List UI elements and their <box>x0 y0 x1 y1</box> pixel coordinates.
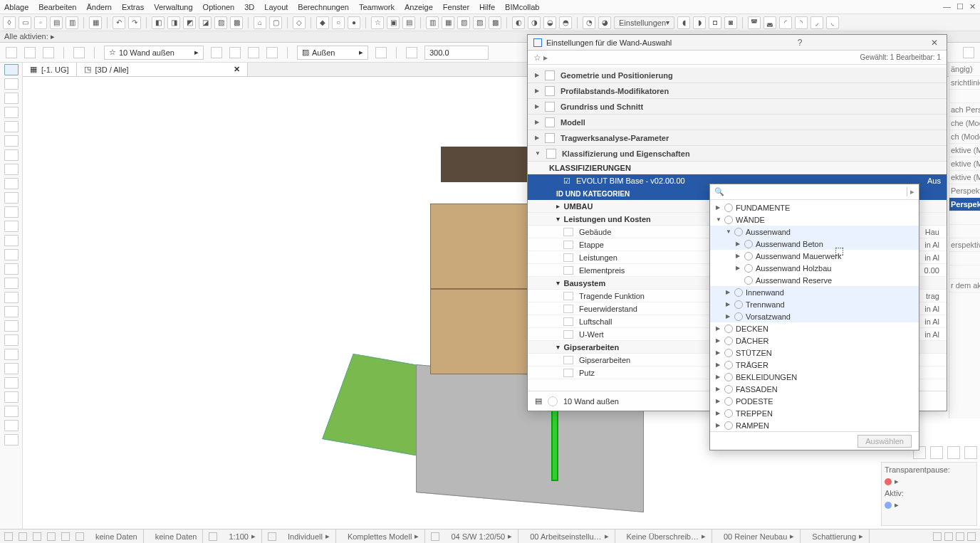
tree-node[interactable]: ▶RAMPEN <box>710 419 919 431</box>
arrow-tool[interactable] <box>4 64 19 75</box>
menu-item[interactable]: Ablage <box>4 3 28 11</box>
panel-btn[interactable] <box>930 446 943 459</box>
close-icon[interactable]: ✕ <box>928 38 941 48</box>
tool-icon[interactable]: ▨ <box>473 16 486 29</box>
tree-node[interactable]: ▶Aussenwand Mauerwerk <box>710 250 919 262</box>
tool-icon[interactable]: ▩ <box>230 16 243 29</box>
opening-tool[interactable] <box>4 320 19 332</box>
slab-tool[interactable] <box>4 135 19 147</box>
tool-icon[interactable]: ◘ <box>709 16 721 29</box>
tab-plan[interactable]: ▦[-1. UG] <box>23 63 77 76</box>
tool-icon[interactable]: ◟ <box>826 16 839 29</box>
status-cell[interactable]: Komplettes Modell ▸ <box>342 529 426 543</box>
railing-tool[interactable] <box>4 192 19 204</box>
section-profile[interactable]: Profilabstands-Modifikatoren <box>528 83 947 99</box>
marquee-tool[interactable] <box>4 78 19 90</box>
tool-icon[interactable]: ◝ <box>795 16 808 29</box>
tool-icon[interactable]: ▥ <box>426 16 439 29</box>
menu-item[interactable]: BIMcollab <box>505 3 539 11</box>
corner-tool[interactable] <box>4 334 19 346</box>
status-icon[interactable] <box>209 532 217 541</box>
status-cell[interactable]: 00 Reiner Neubau ▸ <box>718 529 801 543</box>
tree-node[interactable]: ▼Aussenwand <box>710 226 919 238</box>
favorite-icon[interactable]: ☆ ▸ <box>533 53 548 63</box>
tree-node[interactable]: ▶STÜTZEN <box>710 347 919 359</box>
menu-item[interactable]: Optionen <box>203 3 235 11</box>
status-icon[interactable] <box>19 532 27 541</box>
tool-icon[interactable]: ◒ <box>543 16 556 29</box>
tool-icon[interactable]: ▩ <box>489 16 501 29</box>
door-tool[interactable] <box>4 278 19 289</box>
tool-icon[interactable]: ◐ <box>512 16 525 29</box>
status-icon[interactable] <box>431 532 439 541</box>
maximize-icon[interactable]: ☐ <box>956 2 964 11</box>
geom-icon[interactable] <box>248 47 259 58</box>
tool-icon[interactable]: ◔ <box>583 16 595 29</box>
favorite-dropdown[interactable]: ☆10 Wand außen▸ <box>104 46 204 60</box>
status-icon[interactable] <box>61 532 70 541</box>
column-tool[interactable] <box>4 107 19 118</box>
menu-item[interactable]: Fenster <box>443 3 469 11</box>
geom-icon[interactable] <box>211 47 222 58</box>
curtain-tool[interactable] <box>4 206 19 218</box>
wall-tool[interactable] <box>4 93 19 104</box>
tool-icon[interactable]: ◗ <box>693 16 706 29</box>
label-tool[interactable] <box>4 406 19 417</box>
tool-icon[interactable]: ▦ <box>442 16 454 29</box>
eye-icon[interactable] <box>548 396 558 406</box>
tab-3d[interactable]: ◳[3D / Alle]✕ <box>77 63 248 76</box>
tool-icon[interactable]: ○ <box>332 16 345 29</box>
menu-item[interactable]: Bearbeiten <box>38 3 76 11</box>
mesh-tool[interactable] <box>4 263 19 275</box>
tree-node[interactable]: ▶Trennwand <box>710 298 919 310</box>
dim-icon[interactable] <box>406 47 417 58</box>
tool-icon[interactable]: ▣ <box>387 16 400 29</box>
section-floorplan[interactable]: Grundriss und Schnitt <box>528 99 947 115</box>
roof-tool[interactable] <box>4 149 19 161</box>
status-icon[interactable] <box>944 532 953 541</box>
fill-tool[interactable] <box>4 420 19 431</box>
help-icon[interactable]: ? <box>795 38 806 48</box>
layer-icon[interactable]: ▤ <box>535 396 542 406</box>
tree-node[interactable]: Aussenwand Reserve <box>710 274 919 286</box>
tool-icon[interactable]: ◇ <box>293 16 306 29</box>
tool-icon[interactable]: ◩ <box>183 16 196 29</box>
tool-icon[interactable]: ◞ <box>810 16 823 29</box>
expand-icon[interactable]: ▸ <box>907 187 914 196</box>
morph-tool[interactable] <box>4 221 19 232</box>
tree-node[interactable]: ▶TRÄGER <box>710 359 919 371</box>
zone-tool[interactable] <box>4 249 19 260</box>
tree-node[interactable]: ▶PODESTE <box>710 395 919 407</box>
menu-item[interactable]: Verwaltung <box>154 3 192 11</box>
selector-icon[interactable] <box>24 47 36 58</box>
shell-tool[interactable] <box>4 164 19 175</box>
plot-icon[interactable]: ▥ <box>66 16 78 29</box>
selector-icon[interactable] <box>6 47 17 58</box>
tree-node[interactable]: ▶Vorsatzwand <box>710 310 919 322</box>
reference-icon[interactable] <box>375 47 387 58</box>
save-icon[interactable]: ▫ <box>34 16 47 29</box>
tree-node[interactable]: ▶Innenwand <box>710 286 919 298</box>
skylight-tool[interactable] <box>4 306 19 317</box>
status-cell[interactable]: 04 S/W 1:20/50 ▸ <box>445 529 518 543</box>
open-icon[interactable]: ▭ <box>19 16 31 29</box>
tree-node[interactable]: ▶Aussenwand Beton <box>710 238 919 250</box>
stair-tool[interactable] <box>4 178 19 189</box>
wall-icon[interactable] <box>73 47 85 58</box>
tool-icon[interactable]: ● <box>348 16 360 29</box>
status-icon[interactable] <box>4 532 13 541</box>
expand-icon[interactable] <box>963 47 974 58</box>
tree-node[interactable]: ▼WÄNDE <box>710 213 919 226</box>
line-tool[interactable] <box>4 434 19 446</box>
level-tool[interactable] <box>4 377 19 389</box>
status-icon[interactable] <box>33 532 41 541</box>
status-cell[interactable]: 00 Arbeitseinstellu… ▸ <box>524 529 615 543</box>
lamp-tool[interactable] <box>4 349 19 360</box>
tool-icon[interactable]: ▦ <box>89 16 102 29</box>
beam-tool[interactable] <box>4 121 19 132</box>
menu-item[interactable]: Hilfe <box>479 3 495 11</box>
menu-item[interactable]: Ändern <box>86 3 111 11</box>
tool-icon[interactable]: ◛ <box>763 16 776 29</box>
print-icon[interactable]: ▤ <box>50 16 63 29</box>
tool-icon[interactable]: ⌂ <box>254 16 266 29</box>
